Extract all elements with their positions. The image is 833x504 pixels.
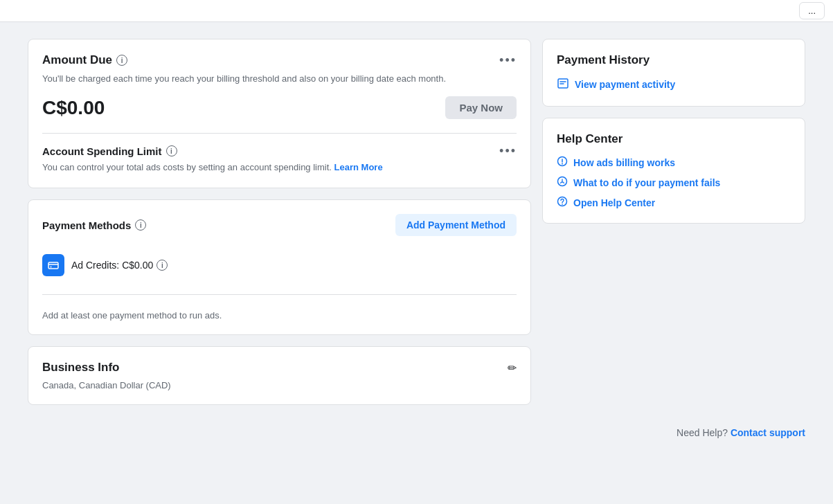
spending-limit-info-icon[interactable]: i <box>166 145 177 156</box>
business-info-header: Business Info ✏ <box>42 361 517 375</box>
top-bar: ... <box>0 0 833 22</box>
payment-fails-label: What to do if your payment fails <box>573 177 720 188</box>
ad-credits-label-text: Ad Credits: C$0.00 <box>71 260 153 271</box>
amount-due-info-icon[interactable]: i <box>116 55 127 66</box>
left-column: Amount Due i ••• You'll be charged each … <box>28 39 531 405</box>
how-ads-billing-works-link[interactable]: How ads billing works <box>557 156 791 169</box>
open-help-center-label: Open Help Center <box>573 197 655 208</box>
payment-methods-header: Payment Methods i Add Payment Method <box>42 214 517 236</box>
business-info-card: Business Info ✏ Canada, Canadian Dollar … <box>28 346 531 405</box>
payment-history-title: Payment History <box>557 53 791 67</box>
ad-credits-info-icon[interactable]: i <box>156 260 168 271</box>
spending-limit-header: Account Spending Limit i ••• <box>42 145 517 157</box>
main-content: Amount Due i ••• You'll be charged each … <box>0 22 833 422</box>
payment-methods-divider <box>42 294 517 295</box>
edit-icon[interactable]: ✏ <box>508 361 517 375</box>
amount-due-header: Amount Due i ••• <box>42 53 517 67</box>
svg-rect-0 <box>48 262 58 269</box>
amount-due-more-options[interactable]: ••• <box>499 54 517 66</box>
spending-limit-desc: You can control your total ads costs by … <box>42 161 517 174</box>
billing-icon <box>557 156 568 169</box>
ad-credits-icon <box>42 254 64 276</box>
payment-fails-icon <box>557 176 568 189</box>
payment-methods-card: Payment Methods i Add Payment Method Ad … <box>28 199 531 335</box>
payment-history-icon <box>557 77 569 92</box>
payment-fails-link[interactable]: What to do if your payment fails <box>557 176 791 189</box>
amount-due-card: Amount Due i ••• You'll be charged each … <box>28 39 531 188</box>
payment-history-card: Payment History View payment activity <box>542 39 805 107</box>
amount-value: C$0.00 <box>42 97 105 119</box>
amount-row: C$0.00 Pay Now <box>42 96 517 119</box>
svg-point-1 <box>51 267 52 268</box>
view-payment-activity-label: View payment activity <box>575 79 675 90</box>
payment-methods-title: Payment Methods i <box>42 219 146 231</box>
ad-credits-row: Ad Credits: C$0.00 i <box>42 247 517 283</box>
no-payment-notice: Add at least one payment method to run a… <box>42 306 517 321</box>
spending-limit-title-text: Account Spending Limit <box>42 145 162 157</box>
add-payment-method-button[interactable]: Add Payment Method <box>395 214 517 236</box>
payment-methods-info-icon[interactable]: i <box>135 219 146 231</box>
view-payment-activity-link[interactable]: View payment activity <box>557 77 791 92</box>
footer-text: Need Help? <box>677 427 728 438</box>
how-ads-billing-works-label: How ads billing works <box>573 157 675 168</box>
footer: Need Help? Contact support <box>0 422 833 449</box>
right-column: Payment History View payment activity He… <box>542 39 805 405</box>
open-help-center-link[interactable]: Open Help Center <box>557 196 791 209</box>
amount-due-subtitle: You'll be charged each time you reach yo… <box>42 73 517 85</box>
help-center-icon <box>557 196 568 209</box>
business-info-title: Business Info <box>42 361 119 375</box>
spending-limit-desc-text: You can control your total ads costs by … <box>42 162 332 172</box>
contact-support-link[interactable]: Contact support <box>731 427 805 438</box>
payment-methods-title-text: Payment Methods <box>42 219 131 231</box>
help-center-card: Help Center How ads billing works <box>542 118 805 224</box>
divider <box>42 133 517 134</box>
help-center-title: Help Center <box>557 132 791 146</box>
amount-due-title: Amount Due i <box>42 53 127 67</box>
spending-limit-title: Account Spending Limit i <box>42 145 177 157</box>
business-info-value: Canada, Canadian Dollar (CAD) <box>42 380 517 390</box>
pay-now-button[interactable]: Pay Now <box>445 96 517 119</box>
ad-credits-label: Ad Credits: C$0.00 i <box>71 260 168 271</box>
learn-more-link[interactable]: Learn More <box>334 162 383 172</box>
amount-due-title-text: Amount Due <box>42 53 112 67</box>
spending-limit-more-options[interactable]: ••• <box>499 145 517 157</box>
top-bar-button[interactable]: ... <box>799 2 825 19</box>
